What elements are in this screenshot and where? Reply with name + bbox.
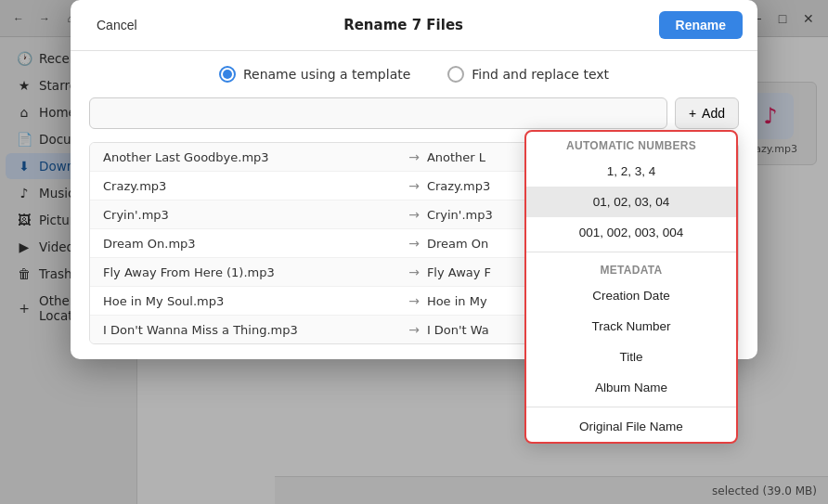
rename-button[interactable]: Rename (659, 11, 743, 39)
dialog-body: Rename using a template Find and replace… (71, 51, 757, 359)
add-dropdown: Automatic Numbers 1, 2, 3, 4 01, 02, 03,… (524, 130, 738, 444)
dropdown-item-001002003[interactable]: 001, 002, 003, 004 (526, 217, 736, 248)
dialog-title: Rename 7 Files (156, 17, 652, 33)
arrow-icon: → (408, 265, 420, 279)
rename-dialog: Cancel Rename 7 Files Rename Rename usin… (71, 0, 757, 359)
arrow-icon: → (408, 207, 420, 222)
dropdown-item-1234[interactable]: 1, 2, 3, 4 (526, 156, 736, 187)
auto-numbers-header: Automatic Numbers (526, 132, 736, 156)
radio-find-replace-circle (447, 66, 464, 83)
dropdown-item-original-file-name[interactable]: Original File Name (526, 411, 736, 442)
arrow-icon: → (408, 178, 420, 193)
dropdown-item-01020304[interactable]: 01, 02, 03, 04 (526, 187, 736, 217)
template-input[interactable] (89, 97, 667, 129)
dropdown-divider-1 (526, 252, 736, 252)
template-input-row: + Add Automatic Numbers 1, 2, 3, 4 01, 0… (89, 97, 739, 129)
arrow-icon: → (408, 149, 420, 164)
dropdown-item-title[interactable]: Title (526, 342, 736, 372)
plus-icon: + (689, 106, 696, 121)
dialog-header: Cancel Rename 7 Files Rename (71, 0, 757, 51)
metadata-header: Metadata (526, 256, 736, 280)
modal-overlay: Cancel Rename 7 Files Rename Rename usin… (0, 0, 828, 504)
arrow-icon: → (408, 293, 420, 308)
radio-options: Rename using a template Find and replace… (89, 66, 739, 83)
cancel-button[interactable]: Cancel (85, 12, 149, 38)
add-button[interactable]: + Add Automatic Numbers 1, 2, 3, 4 01, 0… (675, 97, 739, 129)
arrow-icon: → (408, 236, 420, 251)
radio-template-option[interactable]: Rename using a template (219, 66, 410, 83)
dropdown-item-track-number[interactable]: Track Number (526, 311, 736, 342)
dropdown-item-creation-date[interactable]: Creation Date (526, 280, 736, 311)
dropdown-divider-2 (526, 407, 736, 407)
radio-template-circle (219, 66, 236, 83)
radio-find-replace-option[interactable]: Find and replace text (447, 66, 609, 83)
arrow-icon: → (408, 322, 420, 337)
dropdown-item-album-name[interactable]: Album Name (526, 372, 736, 403)
